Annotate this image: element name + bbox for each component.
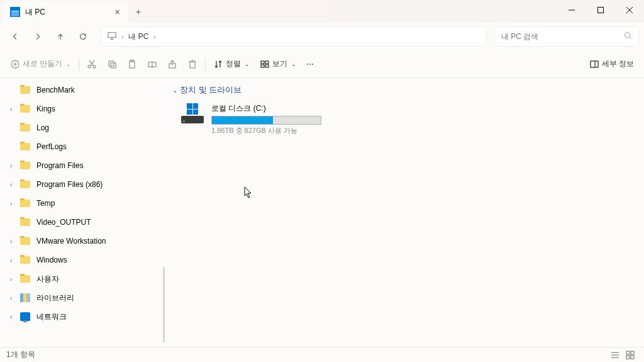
- tree-item-label: Video_OUTPUT: [36, 218, 91, 227]
- folder-icon: [20, 256, 30, 264]
- new-button[interactable]: 새로 만들기 ⌄: [5, 54, 76, 74]
- tree-item[interactable]: ›사용자: [0, 269, 165, 288]
- mouse-cursor-icon: [244, 186, 253, 201]
- chevron-right-icon[interactable]: ›: [10, 200, 18, 207]
- minimize-button[interactable]: [557, 0, 586, 20]
- large-icons-view-button[interactable]: [623, 349, 638, 361]
- drive-name: 로컬 디스크 (C:): [211, 103, 338, 114]
- new-tab-button[interactable]: ＋: [128, 1, 148, 23]
- breadcrumb-separator: ›: [153, 33, 155, 40]
- content-pane[interactable]: ⌄ 장치 및 드라이브 로컬 디스크 (C:) 1.86TB 중 827GB 사…: [165, 78, 644, 347]
- ellipsis-icon: ⋯: [306, 60, 314, 69]
- chevron-down-icon: ⌄: [172, 87, 177, 94]
- chevron-right-icon[interactable]: ›: [10, 181, 18, 188]
- separator: [79, 58, 79, 71]
- tree-item-label: Kings: [36, 105, 55, 113]
- chevron-right-icon[interactable]: ›: [10, 257, 18, 264]
- folder-icon: [20, 275, 30, 283]
- more-button[interactable]: ⋯: [301, 54, 319, 74]
- drive-stats: 1.86TB 중 827GB 사용 가능: [211, 126, 338, 135]
- copy-button[interactable]: [102, 54, 122, 74]
- folder-icon: [20, 218, 30, 226]
- svg-rect-16: [109, 61, 114, 66]
- close-tab-button[interactable]: ✕: [112, 7, 122, 17]
- details-label: 세부 정보: [602, 59, 634, 69]
- maximize-button[interactable]: [586, 0, 615, 20]
- tree-item[interactable]: ›Kings: [0, 99, 165, 118]
- tree-item[interactable]: ›Log: [0, 118, 165, 137]
- tree-item-label: 사용자: [36, 274, 59, 285]
- rename-button[interactable]: [142, 54, 162, 74]
- command-bar: 새로 만들기 ⌄ 정렬 ⌄ 보기 ⌄ ⋯ 세부 정보: [0, 50, 644, 78]
- breadcrumb-location[interactable]: 내 PC: [128, 31, 148, 42]
- details-view-button[interactable]: [608, 349, 623, 361]
- drive-icon: [180, 103, 205, 123]
- refresh-button[interactable]: [73, 26, 93, 47]
- chevron-right-icon[interactable]: ›: [10, 162, 18, 169]
- tree-item[interactable]: ›네트워크: [0, 307, 165, 326]
- folder-icon: [20, 200, 30, 207]
- paste-button[interactable]: [122, 54, 142, 74]
- tree-item-label: Program Files (x86): [36, 180, 103, 189]
- group-header-devices[interactable]: ⌄ 장치 및 드라이브: [172, 84, 636, 96]
- monitor-icon: [108, 31, 116, 42]
- hard-drive-icon: [181, 116, 204, 123]
- tree-item[interactable]: ›VMware Workstation: [0, 232, 165, 251]
- tree-item-label: Program Files: [36, 161, 84, 170]
- folder-icon: [20, 237, 30, 245]
- tree-item[interactable]: ›Windows: [0, 251, 165, 269]
- cut-button[interactable]: [82, 54, 102, 74]
- tree-item-label: PerfLogs: [36, 142, 67, 151]
- tree-item[interactable]: ›Temp: [0, 194, 165, 213]
- tree-item[interactable]: ›BenchMark: [0, 81, 165, 99]
- folder-icon: [20, 86, 30, 94]
- details-pane-button[interactable]: 세부 정보: [584, 54, 639, 74]
- tree-item[interactable]: ›Program Files: [0, 156, 165, 175]
- tree-item-label: 라이브러리: [36, 293, 74, 303]
- forward-button[interactable]: [28, 26, 48, 47]
- tree-item-label: Temp: [36, 199, 55, 208]
- search-box[interactable]: [494, 26, 639, 47]
- back-button[interactable]: [5, 26, 25, 47]
- breadcrumb-separator: ›: [121, 33, 123, 40]
- share-button[interactable]: [162, 54, 182, 74]
- close-window-button[interactable]: [615, 0, 644, 20]
- svg-rect-1: [598, 8, 604, 13]
- folder-icon: [20, 105, 30, 113]
- svg-rect-30: [591, 61, 598, 67]
- chevron-right-icon[interactable]: ›: [10, 314, 18, 320]
- address-bar[interactable]: › 내 PC ›: [101, 26, 487, 47]
- svg-rect-18: [130, 61, 135, 68]
- chevron-right-icon[interactable]: ›: [10, 238, 18, 245]
- chevron-down-icon: ⌄: [291, 61, 296, 67]
- svg-rect-36: [631, 351, 634, 354]
- navigation-pane[interactable]: ›BenchMark›Kings›Log›PerfLogs›Program Fi…: [0, 78, 165, 347]
- svg-line-8: [630, 37, 631, 38]
- drive-info: 로컬 디스크 (C:) 1.86TB 중 827GB 사용 가능: [211, 103, 338, 135]
- sort-button[interactable]: 정렬 ⌄: [208, 54, 255, 74]
- chevron-right-icon[interactable]: ›: [10, 106, 18, 113]
- tree-item[interactable]: ›라이브러리: [0, 288, 165, 307]
- view-label: 보기: [272, 59, 287, 69]
- svg-point-7: [625, 33, 630, 38]
- svg-rect-37: [626, 356, 630, 359]
- tree-item-label: Log: [36, 123, 49, 132]
- navigation-bar: › 내 PC ›: [0, 23, 644, 50]
- folder-icon: [20, 124, 30, 132]
- search-input[interactable]: [501, 32, 632, 41]
- tree-item[interactable]: ›Video_OUTPUT: [0, 213, 165, 232]
- up-button[interactable]: [50, 26, 70, 47]
- network-icon: [20, 312, 30, 321]
- tab-active[interactable]: 내 PC ✕: [3, 1, 128, 23]
- tree-item[interactable]: ›Program Files (x86): [0, 175, 165, 194]
- drive-item-c[interactable]: 로컬 디스크 (C:) 1.86TB 중 827GB 사용 가능: [177, 101, 341, 138]
- tree-item[interactable]: ›PerfLogs: [0, 137, 165, 156]
- view-button[interactable]: 보기 ⌄: [255, 54, 301, 74]
- tree-item-label: 네트워크: [36, 312, 67, 322]
- chevron-right-icon[interactable]: ›: [10, 276, 18, 283]
- svg-rect-29: [265, 65, 269, 67]
- delete-button[interactable]: [182, 54, 203, 74]
- tab-title: 내 PC: [25, 7, 112, 18]
- chevron-right-icon[interactable]: ›: [10, 295, 18, 302]
- main-area: ›BenchMark›Kings›Log›PerfLogs›Program Fi…: [0, 78, 644, 347]
